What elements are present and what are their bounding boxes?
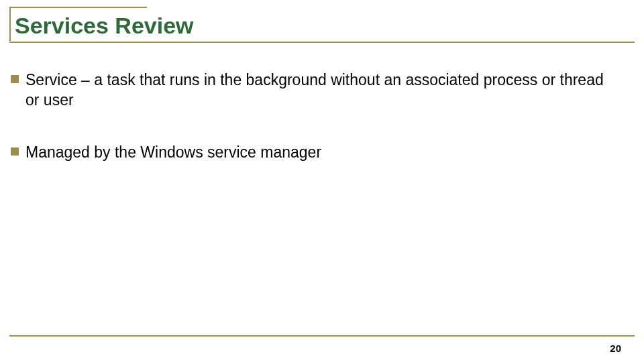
title-corner-rule: Services Review bbox=[9, 7, 147, 41]
slide-body: Service – a task that runs in the backgr… bbox=[11, 70, 617, 195]
bullet-text: Service – a task that runs in the backgr… bbox=[25, 70, 617, 111]
list-item: Service – a task that runs in the backgr… bbox=[11, 70, 617, 111]
title-underline bbox=[9, 42, 635, 43]
bullet-text: Managed by the Windows service manager bbox=[25, 143, 321, 163]
slide: Services Review Service – a task that ru… bbox=[0, 0, 644, 362]
slide-title: Services Review bbox=[15, 13, 147, 38]
square-bullet-icon bbox=[11, 147, 19, 156]
list-item: Managed by the Windows service manager bbox=[11, 143, 617, 163]
footer-rule bbox=[9, 335, 635, 337]
square-bullet-icon bbox=[11, 75, 19, 83]
page-number: 20 bbox=[610, 343, 621, 354]
